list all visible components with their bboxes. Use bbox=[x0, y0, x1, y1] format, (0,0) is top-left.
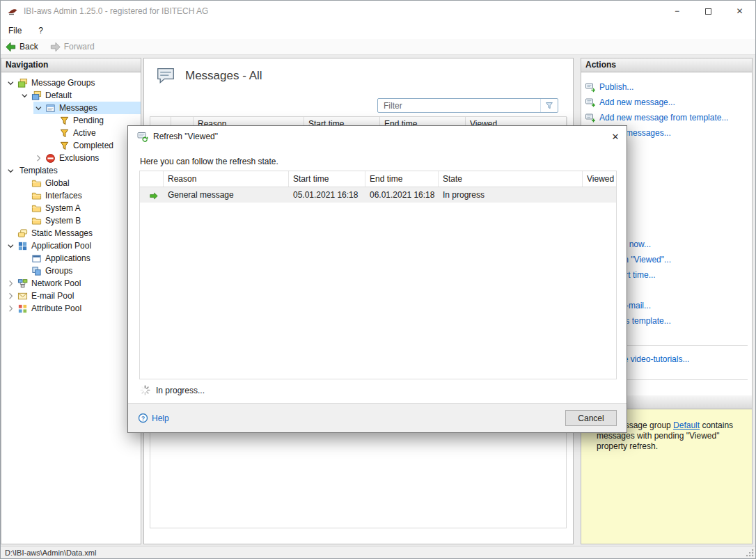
tree-indent bbox=[1, 189, 19, 202]
filter-input[interactable] bbox=[378, 99, 540, 112]
row-cell: 05.01.2021 16:18 bbox=[289, 187, 365, 203]
filter-box bbox=[377, 98, 558, 113]
tree-item-attribute-pool[interactable]: Attribute Pool bbox=[1, 302, 141, 315]
tree-item-pending[interactable]: Pending bbox=[1, 114, 141, 127]
tree-item-interfaces[interactable]: Interfaces bbox=[1, 189, 141, 202]
dialog-column-header-viewed[interactable]: Viewed bbox=[583, 171, 617, 187]
tree-item-label: Global bbox=[45, 178, 70, 188]
filter-funnel-icon[interactable] bbox=[540, 99, 558, 112]
dialog-close-button[interactable]: ✕ bbox=[604, 126, 627, 147]
page-title: Messages - All bbox=[185, 69, 262, 83]
messages-icon bbox=[45, 103, 56, 113]
statusbar: D:\IBI-aws\Admin\Data.xml bbox=[1, 546, 755, 558]
dialog-footer: ? Help Cancel bbox=[128, 403, 627, 432]
chevron-expanded-icon[interactable] bbox=[19, 90, 30, 101]
tree-indent bbox=[1, 139, 47, 152]
refresh-table-rows: General message05.01.2021 16:1806.01.202… bbox=[140, 187, 616, 203]
refresh-viewed-dialog: Refresh "Viewed" ✕ Here you can follow t… bbox=[127, 125, 627, 433]
action-add-icon bbox=[585, 97, 596, 108]
dialog-column-header-end-time[interactable]: End time bbox=[365, 171, 439, 187]
network-pool-icon bbox=[17, 278, 28, 289]
tree-indent bbox=[1, 127, 47, 139]
back-button[interactable]: Back bbox=[5, 41, 38, 53]
tree-item-system-b[interactable]: System B bbox=[1, 214, 141, 227]
resize-grip[interactable] bbox=[746, 549, 755, 558]
cancel-button[interactable]: Cancel bbox=[565, 410, 617, 426]
refresh-message-icon bbox=[137, 131, 148, 142]
close-button[interactable]: ✕ bbox=[724, 1, 755, 22]
row-cell: 06.01.2021 16:18 bbox=[365, 187, 439, 203]
funnel-icon bbox=[59, 116, 70, 126]
tree-item-active[interactable]: Active bbox=[1, 127, 141, 139]
tree-item-e-mail-pool[interactable]: E-mail Pool bbox=[1, 290, 141, 302]
funnel-icon bbox=[59, 141, 70, 151]
tree-item-global[interactable]: Global bbox=[1, 177, 141, 189]
chevron-spacer bbox=[19, 178, 30, 189]
chevron-spacer bbox=[19, 266, 30, 276]
chevron-collapsed-icon[interactable] bbox=[6, 291, 16, 301]
dialog-column-header-blank[interactable] bbox=[140, 171, 164, 187]
tree-item-network-pool[interactable]: Network Pool bbox=[1, 277, 141, 290]
chevron-spacer bbox=[19, 216, 30, 226]
menu-help[interactable]: ? bbox=[38, 26, 43, 36]
message-groups-icon bbox=[17, 78, 28, 88]
action-add-new-message-from-template[interactable]: Add new message from template... bbox=[581, 110, 752, 125]
tree-item-completed[interactable]: Completed bbox=[1, 139, 141, 152]
chevron-collapsed-icon[interactable] bbox=[6, 278, 16, 289]
tree-item-label: Interfaces bbox=[45, 191, 82, 200]
app-icon bbox=[7, 6, 18, 17]
tree-item-label: Applications bbox=[45, 253, 90, 263]
folder-icon bbox=[31, 203, 42, 214]
action-label: Add new message... bbox=[599, 97, 675, 107]
navigation-panel: Navigation Message GroupsDefaultMessages… bbox=[1, 58, 141, 544]
navigation-tree: Message GroupsDefaultMessagesPendingActi… bbox=[1, 72, 141, 315]
tree-item-application-pool[interactable]: Application Pool bbox=[1, 239, 141, 252]
action-add-new-message[interactable]: Add new message... bbox=[581, 95, 752, 110]
tree-item-templates[interactable]: Templates bbox=[1, 164, 141, 177]
spinner-icon bbox=[140, 385, 150, 395]
chevron-expanded-icon[interactable] bbox=[6, 241, 16, 251]
info-default-link[interactable]: Default bbox=[673, 420, 700, 430]
chevron-collapsed-icon[interactable] bbox=[6, 304, 16, 314]
green-arrow-icon bbox=[149, 191, 159, 200]
action-add-icon bbox=[585, 112, 596, 123]
chevron-expanded-icon[interactable] bbox=[6, 166, 16, 176]
tree-item-exclusions[interactable]: Exclusions bbox=[1, 152, 141, 164]
tree-item-message-groups[interactable]: Message Groups bbox=[1, 77, 141, 89]
minimize-button[interactable]: − bbox=[661, 1, 693, 22]
tree-item-label: Attribute Pool bbox=[31, 304, 81, 313]
dialog-column-header-reason[interactable]: Reason bbox=[164, 171, 289, 187]
chevron-spacer bbox=[47, 141, 58, 151]
messages-page-icon bbox=[156, 67, 175, 85]
forward-label: Forward bbox=[64, 42, 95, 52]
applications-icon bbox=[31, 253, 42, 264]
svg-text:?: ? bbox=[141, 415, 145, 422]
tree-item-messages[interactable]: Messages bbox=[1, 102, 141, 114]
forward-button[interactable]: Forward bbox=[49, 41, 95, 53]
groups-icon bbox=[31, 266, 42, 276]
tree-indent bbox=[1, 152, 33, 164]
help-label: Help bbox=[152, 414, 169, 423]
tree-item-default[interactable]: Default bbox=[1, 89, 141, 102]
tree-item-system-a[interactable]: System A bbox=[1, 202, 141, 214]
dialog-status: In progress... bbox=[140, 385, 205, 395]
refresh-table-row[interactable]: General message05.01.2021 16:1806.01.202… bbox=[140, 187, 616, 203]
chevron-expanded-icon[interactable] bbox=[33, 103, 44, 113]
tree-item-label: Message Groups bbox=[31, 78, 95, 88]
maximize-button[interactable] bbox=[693, 1, 724, 22]
tree-item-label: Pending bbox=[73, 116, 104, 125]
tree-indent bbox=[1, 89, 19, 102]
help-link[interactable]: ? Help bbox=[138, 413, 169, 423]
dialog-column-header-start-time[interactable]: Start time bbox=[289, 171, 365, 187]
tree-item-applications[interactable]: Applications bbox=[1, 252, 141, 265]
action-publish[interactable]: Publish... bbox=[581, 79, 752, 95]
menu-file[interactable]: File bbox=[8, 26, 22, 36]
tree-indent bbox=[1, 202, 19, 214]
chevron-expanded-icon[interactable] bbox=[6, 78, 16, 88]
chevron-collapsed-icon[interactable] bbox=[33, 153, 44, 164]
tree-item-groups[interactable]: Groups bbox=[1, 265, 141, 277]
chevron-spacer bbox=[47, 116, 58, 126]
tree-indent bbox=[1, 214, 19, 227]
dialog-column-header-state[interactable]: State bbox=[439, 171, 583, 187]
tree-item-static-messages[interactable]: Static Messages bbox=[1, 227, 141, 239]
